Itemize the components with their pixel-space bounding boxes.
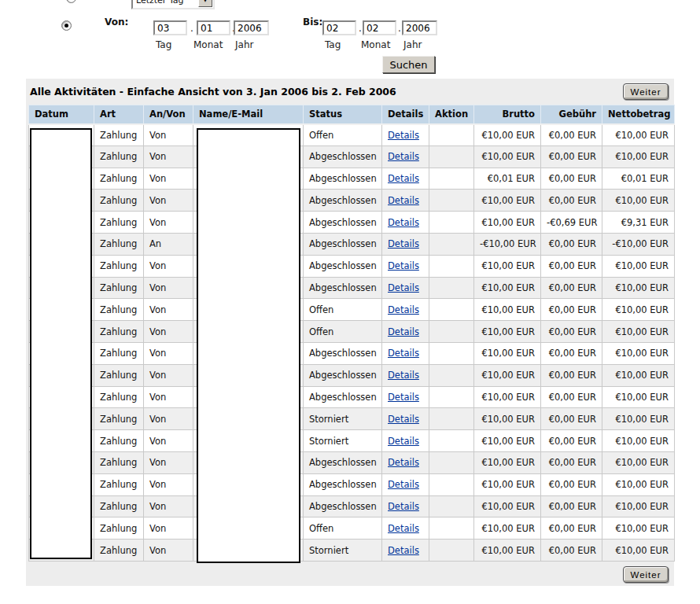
von-jahr-input[interactable] <box>234 20 269 35</box>
aktion-cell <box>429 342 474 364</box>
an-von-cell: Von <box>144 145 193 168</box>
an-von-cell: An <box>144 233 193 255</box>
an-von-cell: Von <box>144 342 193 364</box>
brutto-cell: €10,00 EUR <box>474 408 541 430</box>
details-link[interactable]: Details <box>388 501 419 512</box>
details-link[interactable]: Details <box>388 457 419 468</box>
details-link[interactable]: Details <box>388 479 419 490</box>
column-header: Gebühr <box>541 105 602 124</box>
details-link[interactable]: Details <box>388 392 419 403</box>
von-tag-label: Tag <box>156 39 171 50</box>
suchen-button[interactable]: Suchen <box>382 56 435 73</box>
gebuehr-cell: €0,00 EUR <box>541 321 602 343</box>
aktion-cell <box>429 124 474 146</box>
details-link[interactable]: Details <box>388 130 419 141</box>
an-von-cell: Von <box>144 451 193 473</box>
period-dropdown-radio[interactable] <box>66 0 76 3</box>
gebuehr-cell: €0,00 EUR <box>541 342 602 364</box>
art-cell: Zahlung <box>94 386 144 408</box>
gebuehr-cell: €0,00 EUR <box>541 190 602 212</box>
details-cell: Details <box>382 233 429 255</box>
art-cell: Zahlung <box>94 408 144 430</box>
bis-tag-input[interactable] <box>322 20 356 35</box>
details-link[interactable]: Details <box>388 151 419 162</box>
details-cell: Details <box>382 364 429 386</box>
gebuehr-cell: €0,00 EUR <box>541 299 602 321</box>
details-link[interactable]: Details <box>388 523 419 534</box>
art-cell: Zahlung <box>94 145 144 168</box>
table-row: ZahlungVonAbgeschlossenDetails€10,00 EUR… <box>29 255 675 277</box>
table-row: ZahlungVonAbgeschlossenDetails€10,00 EUR… <box>29 386 675 408</box>
details-cell: Details <box>382 124 429 146</box>
bis-jahr-input[interactable] <box>402 20 437 35</box>
details-cell: Details <box>382 168 429 190</box>
netto-cell: €10,00 EUR <box>602 430 675 452</box>
details-link[interactable]: Details <box>388 260 419 271</box>
status-cell: Abgeschlossen <box>304 145 382 168</box>
details-link[interactable]: Details <box>388 173 419 184</box>
brutto-cell: €10,00 EUR <box>474 299 541 321</box>
status-cell: Abgeschlossen <box>304 233 382 255</box>
details-link[interactable]: Details <box>388 545 419 556</box>
column-header: Aktion <box>429 105 474 124</box>
von-tag-input[interactable] <box>153 20 187 35</box>
netto-cell: €10,00 EUR <box>602 190 675 212</box>
table-row: ZahlungVonOffenDetails€10,00 EUR€0,00 EU… <box>29 321 675 343</box>
an-von-cell: Von <box>144 299 193 321</box>
an-von-cell: Von <box>144 495 193 517</box>
brutto-cell: €10,00 EUR <box>474 495 541 517</box>
table-row: ZahlungVonStorniertDetails€10,00 EUR€0,0… <box>29 430 675 452</box>
gebuehr-cell: -€0,69 EUR <box>541 212 602 234</box>
dropdown-arrow-icon[interactable]: ▼ <box>198 0 212 7</box>
status-cell: Storniert <box>304 430 382 452</box>
von-monat-input[interactable] <box>197 20 230 35</box>
details-link[interactable]: Details <box>388 370 419 381</box>
status-cell: Abgeschlossen <box>304 190 382 212</box>
netto-cell: €10,00 EUR <box>602 277 675 299</box>
gebuehr-cell: €0,00 EUR <box>541 124 602 146</box>
table-row: ZahlungVonStorniertDetails€10,00 EUR€0,0… <box>29 408 675 430</box>
details-link[interactable]: Details <box>388 195 419 206</box>
table-row: ZahlungVonAbgeschlossenDetails€10,00 EUR… <box>29 364 675 386</box>
gebuehr-cell: €0,00 EUR <box>541 408 602 430</box>
column-header: Brutto <box>474 105 541 124</box>
bis-label: Bis: <box>303 17 322 28</box>
netto-cell: €10,00 EUR <box>602 408 675 430</box>
netto-cell: €10,00 EUR <box>602 342 675 364</box>
details-link[interactable]: Details <box>388 304 419 315</box>
details-link[interactable]: Details <box>388 436 419 447</box>
status-cell: Abgeschlossen <box>304 168 382 190</box>
an-von-cell: Von <box>144 277 193 299</box>
art-cell: Zahlung <box>94 364 144 386</box>
an-von-cell: Von <box>144 540 193 562</box>
art-cell: Zahlung <box>94 299 144 321</box>
netto-cell: €10,00 EUR <box>602 451 675 473</box>
details-cell: Details <box>382 386 429 408</box>
details-link[interactable]: Details <box>388 348 419 359</box>
von-jahr-label: Jahr <box>235 39 253 50</box>
date-range-radio[interactable] <box>61 20 72 31</box>
gebuehr-cell: €0,00 EUR <box>541 233 602 255</box>
details-link[interactable]: Details <box>388 326 419 337</box>
aktion-cell <box>429 517 474 540</box>
an-von-cell: Von <box>144 255 193 277</box>
column-header: Art <box>94 105 144 124</box>
details-cell: Details <box>382 277 429 299</box>
weiter-button-top[interactable]: Weiter <box>623 83 669 100</box>
date-separator: . <box>190 23 193 34</box>
details-link[interactable]: Details <box>388 414 419 425</box>
netto-cell: €0,01 EUR <box>602 168 675 190</box>
an-von-cell: Von <box>144 517 193 540</box>
details-link[interactable]: Details <box>388 282 419 293</box>
gebuehr-cell: €0,00 EUR <box>541 386 602 408</box>
weiter-button-bottom[interactable]: Weiter <box>623 566 669 583</box>
bis-monat-label: Monat <box>361 39 390 50</box>
netto-cell: €10,00 EUR <box>602 299 675 321</box>
period-dropdown[interactable]: Letzter Tag ▼ <box>131 0 215 9</box>
gebuehr-cell: €0,00 EUR <box>541 540 602 562</box>
aktion-cell <box>429 451 474 473</box>
details-link[interactable]: Details <box>388 238 419 249</box>
bis-monat-input[interactable] <box>363 20 396 35</box>
brutto-cell: €10,00 EUR <box>474 430 541 452</box>
details-link[interactable]: Details <box>388 217 419 228</box>
